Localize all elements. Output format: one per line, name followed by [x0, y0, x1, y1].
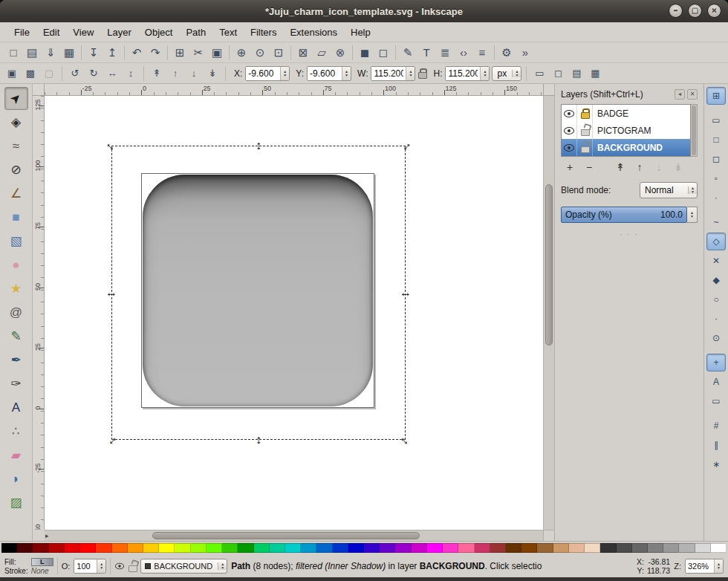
rotate-ccw-button[interactable]: ↺	[67, 65, 83, 82]
menu-layer[interactable]: Layer	[100, 24, 138, 41]
menu-filters[interactable]: Filters	[244, 24, 283, 41]
palette-swatch[interactable]	[222, 543, 238, 553]
gradient-tool[interactable]: ▨	[4, 491, 28, 514]
units-select[interactable]: px▲▼	[492, 66, 521, 81]
zoom-selection-button[interactable]: ⊕	[233, 44, 250, 62]
palette-swatch[interactable]	[17, 543, 33, 553]
palette-swatch[interactable]	[600, 543, 616, 553]
palette-swatch[interactable]	[364, 543, 380, 553]
unlink-clone-button[interactable]: ⊗	[331, 44, 349, 62]
star-tool[interactable]: ★	[4, 277, 28, 300]
snap-grid-guide-intersections-toggle[interactable]: ∗	[706, 455, 726, 473]
layer-lock-toggle[interactable]	[577, 139, 593, 156]
redo-button[interactable]: ↷	[146, 44, 164, 62]
palette-swatch[interactable]	[316, 543, 332, 553]
palette-swatch[interactable]	[175, 543, 190, 553]
menu-help[interactable]: Help	[344, 24, 377, 41]
ungroup-button[interactable]: ◻	[374, 44, 392, 62]
current-layer-select[interactable]: BACKGROUND ▲▼	[140, 559, 227, 574]
rectangle-tool[interactable]: ■	[4, 206, 28, 229]
snap-enable-toggle[interactable]: ⊞	[706, 87, 726, 105]
snap-bbox-corners-toggle[interactable]: ◻	[706, 150, 726, 168]
preferences-button[interactable]: ⚙	[498, 44, 516, 62]
zoom-spinner[interactable]: ▲▼	[714, 559, 723, 573]
text-dialog-button[interactable]: T	[417, 44, 435, 62]
spin-down-button[interactable]: ▼	[691, 190, 695, 194]
transform-stroke-toggle[interactable]: ▭	[531, 65, 547, 82]
spin-down-button[interactable]: ▼	[516, 74, 519, 77]
fill-stroke-dialog-button[interactable]: ✎	[399, 44, 417, 62]
palette-swatch[interactable]	[238, 543, 253, 553]
palette-swatch[interactable]	[128, 543, 143, 553]
palette-swatch[interactable]	[301, 543, 316, 553]
selection-handle-nw[interactable]: ↔	[102, 136, 120, 155]
lower-button[interactable]: ↓	[186, 65, 202, 82]
select-all-button[interactable]: ▣	[4, 65, 20, 82]
y-position-input-spinner[interactable]: ▲▼	[342, 67, 351, 80]
cut-button[interactable]: ✂	[189, 44, 207, 62]
layer-row-background[interactable]: BACKGROUND	[562, 139, 690, 156]
palette-swatch[interactable]	[112, 543, 128, 553]
panel-collapse-button[interactable]: ◂	[675, 89, 685, 100]
palette-swatch[interactable]	[617, 543, 632, 553]
snap-bbox-toggle[interactable]: ▭	[706, 111, 726, 129]
palette-swatch[interactable]	[695, 543, 711, 553]
palette-swatch[interactable]	[412, 543, 427, 553]
bezier-tool[interactable]: ✒	[4, 348, 28, 371]
zoom-drawing-button[interactable]: ⊙	[251, 44, 269, 62]
palette-swatch[interactable]	[254, 543, 270, 553]
palette-swatch[interactable]	[427, 543, 443, 553]
clone-button[interactable]: ▱	[313, 44, 331, 62]
object-opacity-input[interactable]	[74, 559, 97, 573]
palette-swatch[interactable]	[585, 543, 600, 553]
palette-swatch[interactable]	[80, 543, 96, 553]
palette-swatch[interactable]	[458, 543, 474, 553]
snap-bbox-centers-toggle[interactable]: ∙	[706, 189, 726, 207]
paste-button[interactable]: ▣	[208, 44, 226, 62]
node-tool[interactable]: ◈	[4, 111, 28, 134]
menu-edit[interactable]: Edit	[36, 24, 66, 41]
palette-swatch[interactable]	[679, 543, 695, 553]
undo-button[interactable]: ↶	[128, 44, 146, 62]
palette-swatch[interactable]	[207, 543, 222, 553]
palette-swatch[interactable]	[191, 543, 207, 553]
lower-to-bottom-button[interactable]: ↡	[204, 65, 221, 82]
palette-swatch[interactable]	[632, 543, 648, 553]
add-layer-button[interactable]: +	[562, 160, 577, 174]
zoom-input[interactable]	[686, 559, 714, 573]
selection-handle-se[interactable]: ↔	[396, 430, 415, 449]
object-opacity-spinner[interactable]: ▲▼	[97, 559, 105, 573]
layer-visibility-toggle[interactable]	[115, 563, 124, 570]
units-spinner[interactable]: ▲▼	[512, 70, 521, 77]
raise-layer-button[interactable]: ↑	[632, 160, 647, 174]
snap-guides-toggle[interactable]: ∥	[706, 436, 726, 454]
zoom-tool[interactable]: ⊘	[4, 158, 28, 181]
eraser-tool[interactable]: ▰	[4, 444, 28, 467]
select-all-layers-button[interactable]: ▩	[22, 65, 39, 82]
palette-swatch[interactable]	[490, 543, 506, 553]
remove-layer-button[interactable]: −	[582, 160, 597, 174]
palette-swatch[interactable]	[1, 543, 17, 553]
layer-visibility-toggle[interactable]	[562, 139, 577, 156]
raise-layer-to-top-button[interactable]: ↟	[613, 160, 628, 174]
snap-cusp-nodes-toggle[interactable]: ◆	[706, 271, 726, 289]
width-input[interactable]	[371, 67, 406, 80]
snap-midpoints-toggle[interactable]: ·	[706, 310, 726, 328]
current-layer-spinner[interactable]: ▲▼	[218, 562, 227, 570]
menu-file[interactable]: File	[7, 24, 36, 41]
rotate-cw-button[interactable]: ↻	[85, 65, 102, 82]
opacity-spinner[interactable]: ▲▼	[687, 207, 698, 223]
vertical-scrollbar-thumb[interactable]	[545, 184, 553, 345]
raise-button[interactable]: ↑	[167, 65, 183, 82]
snap-intersections-toggle[interactable]: ✕	[706, 252, 726, 270]
palette-swatch[interactable]	[395, 543, 411, 553]
flip-vertical-button[interactable]: ↕	[123, 65, 139, 82]
blend-mode-select[interactable]: Normal ▲▼	[640, 182, 698, 198]
tweak-tool[interactable]: ≈	[4, 134, 28, 158]
print-button[interactable]: ▦	[60, 44, 78, 62]
palette-swatch[interactable]	[159, 543, 175, 553]
layer-lock-toggle[interactable]	[129, 562, 137, 571]
menu-view[interactable]: View	[66, 24, 100, 41]
vertical-ruler[interactable]: 1251007550250-25-50	[33, 96, 45, 530]
duplicate-button[interactable]: ⊠	[294, 44, 312, 62]
